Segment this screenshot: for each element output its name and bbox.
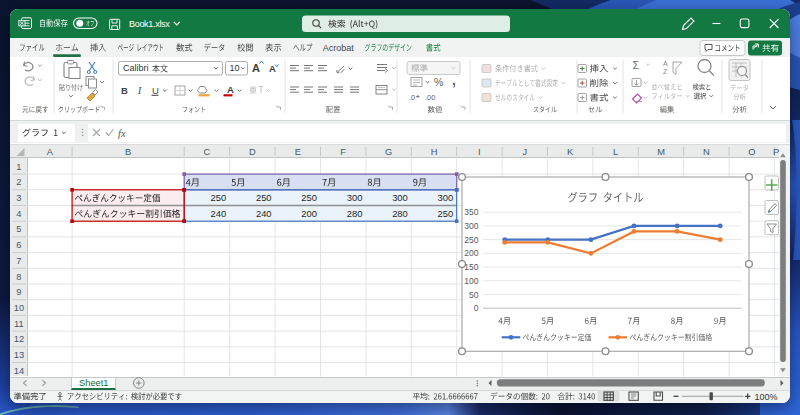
svg-text:250: 250: [256, 192, 272, 203]
svg-text:A: A: [227, 84, 234, 95]
svg-text:Σ: Σ: [633, 59, 640, 71]
svg-text:280: 280: [392, 208, 408, 219]
svg-text:P: P: [773, 147, 779, 157]
svg-text:300: 300: [392, 192, 408, 203]
svg-text:A: A: [47, 147, 54, 157]
svg-text:Sheet1: Sheet1: [79, 378, 108, 388]
svg-text:250: 250: [438, 208, 454, 219]
svg-text:2: 2: [16, 177, 21, 187]
svg-text:A: A: [269, 63, 276, 74]
svg-text:A: A: [252, 62, 260, 74]
svg-text:200: 200: [464, 248, 478, 258]
svg-text:K: K: [567, 147, 574, 157]
svg-text:G: G: [385, 147, 392, 157]
svg-text:9: 9: [16, 287, 21, 297]
svg-text:4: 4: [16, 209, 21, 219]
svg-text:J: J: [522, 147, 527, 157]
svg-text:M: M: [657, 147, 665, 157]
svg-text:350: 350: [464, 207, 478, 217]
svg-text:.00: .00: [425, 93, 435, 102]
svg-text:C: C: [204, 147, 211, 157]
svg-text:10: 10: [14, 303, 24, 313]
svg-text:5: 5: [16, 224, 21, 234]
svg-text:6: 6: [16, 240, 21, 250]
svg-text:Calibri: Calibri: [123, 63, 149, 73]
svg-text:300: 300: [347, 192, 363, 203]
svg-text:H: H: [431, 147, 438, 157]
svg-text:10: 10: [230, 63, 240, 73]
svg-text:E: E: [295, 147, 301, 157]
svg-text:13: 13: [14, 350, 24, 360]
svg-text:Acrobat: Acrobat: [323, 43, 355, 53]
svg-text:240: 240: [256, 208, 272, 219]
svg-text:O: O: [748, 147, 755, 157]
svg-text:,: ,: [452, 72, 456, 88]
svg-text:%: %: [434, 76, 443, 88]
svg-text:I: I: [478, 147, 481, 157]
svg-text:I: I: [137, 86, 142, 96]
svg-text:250: 250: [464, 235, 478, 245]
svg-text:B: B: [125, 147, 131, 157]
svg-text:150: 150: [464, 262, 478, 272]
svg-text:U: U: [152, 85, 159, 96]
svg-text:250: 250: [301, 192, 317, 203]
svg-text:F: F: [340, 147, 346, 157]
svg-text:B: B: [121, 85, 128, 96]
svg-text:8: 8: [16, 272, 21, 282]
svg-text:200: 200: [301, 208, 317, 219]
svg-text:fx: fx: [118, 128, 126, 139]
svg-text:100: 100: [464, 276, 478, 286]
svg-text:Z: Z: [663, 68, 668, 75]
svg-text:100%: 100%: [754, 392, 777, 402]
svg-text:D: D: [249, 147, 256, 157]
svg-text:50: 50: [469, 290, 479, 300]
svg-text:7: 7: [16, 256, 21, 266]
svg-text:240: 240: [211, 208, 227, 219]
svg-text:Book1.xlsx: Book1.xlsx: [129, 19, 170, 29]
svg-text:A: A: [663, 60, 668, 67]
svg-text:14: 14: [14, 366, 24, 376]
svg-text:1: 1: [16, 162, 21, 172]
svg-text:0: 0: [474, 303, 479, 313]
svg-text:N: N: [703, 147, 710, 157]
svg-text:300: 300: [464, 221, 478, 231]
svg-text:250: 250: [211, 192, 227, 203]
svg-text:12: 12: [14, 334, 24, 344]
svg-text:.0: .0: [409, 93, 415, 102]
svg-text:3: 3: [16, 193, 21, 203]
svg-text:11: 11: [14, 319, 24, 329]
svg-text:280: 280: [347, 208, 363, 219]
svg-text:300: 300: [438, 192, 454, 203]
svg-text:L: L: [613, 147, 618, 157]
